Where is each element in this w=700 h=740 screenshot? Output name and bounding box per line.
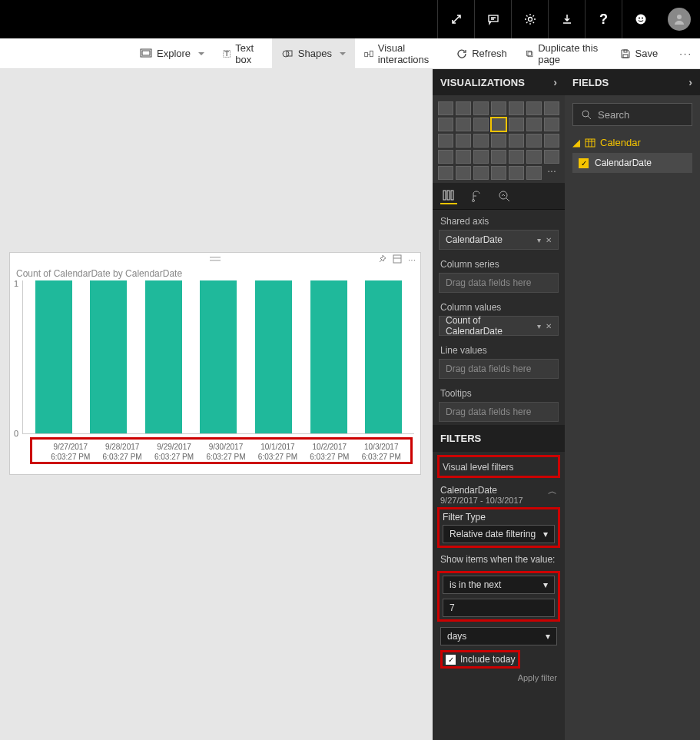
visual-type-icon[interactable] (526, 118, 542, 131)
visual-type-icon[interactable] (491, 134, 506, 148)
chevron-down-icon[interactable]: ▾ (537, 236, 541, 244)
visual-type-icon[interactable] (526, 101, 542, 115)
filter-type-select[interactable]: Relative date filtering▾ (443, 525, 555, 543)
user-avatar[interactable] (668, 8, 691, 31)
focus-mode-icon[interactable] (393, 254, 402, 265)
fields-search-input[interactable]: Search (572, 103, 692, 126)
visual-type-icon[interactable] (544, 101, 559, 115)
visualizations-header[interactable]: VISUALIZATIONS › (433, 69, 565, 95)
visual-interactions-button[interactable]: Visual interactions (355, 38, 447, 69)
visual-type-icon[interactable] (473, 134, 489, 148)
filter-operator-highlight: is in the next▾ 7 (437, 571, 560, 622)
visual-type-icon[interactable] (438, 118, 453, 131)
chat-icon[interactable] (474, 0, 511, 38)
visual-type-icon[interactable] (438, 166, 453, 180)
field-item[interactable]: ✓ CalendarDate (572, 153, 692, 173)
visual-type-icon[interactable] (509, 166, 524, 180)
visual-type-icon[interactable] (526, 166, 542, 180)
visual-type-icon[interactable] (509, 134, 524, 148)
remove-icon[interactable]: ✕ (546, 322, 552, 330)
show-items-label: Show items when the value: (433, 550, 565, 569)
visual-type-icon[interactable] (456, 134, 471, 148)
visual-drag-handle[interactable] (10, 253, 420, 265)
x-tick-label: 10/1/20176:03:27 PM (255, 443, 300, 462)
visual-type-icon[interactable] (509, 150, 524, 164)
chevron-right-icon[interactable]: › (688, 76, 692, 88)
svg-rect-14 (528, 51, 532, 56)
duplicate-button[interactable]: Duplicate this page (516, 38, 611, 69)
visual-type-icon[interactable] (526, 150, 542, 164)
bar[interactable] (310, 280, 347, 433)
apply-filter-link[interactable]: Apply filter (433, 670, 565, 689)
visual-type-icon[interactable] (544, 118, 559, 131)
include-today-checkbox[interactable]: ✓ Include today (446, 654, 515, 665)
visual-type-icon[interactable] (473, 101, 489, 115)
collapse-icon[interactable]: ︿ (548, 485, 557, 498)
expand-icon[interactable] (437, 0, 474, 38)
smiley-icon[interactable] (622, 0, 659, 38)
visual-type-icon[interactable] (456, 101, 471, 115)
report-canvas[interactable]: ··· Count of CalendarDate by CalendarDat… (0, 69, 433, 740)
y-tick-0: 0 (14, 429, 18, 438)
chevron-down-icon[interactable]: ▾ (537, 322, 541, 330)
filter-card-header[interactable]: CalendarDate 9/27/2017 - 10/3/2017 ︿ (433, 480, 565, 505)
filter-number-input[interactable]: 7 (443, 599, 555, 617)
visual-type-icon[interactable] (491, 166, 506, 180)
help-icon[interactable]: ? (585, 0, 622, 38)
visual-interactions-label: Visual interactions (378, 42, 438, 65)
visual-type-icon[interactable] (438, 134, 453, 148)
visual-type-icon[interactable] (491, 101, 506, 115)
bar[interactable] (90, 280, 127, 433)
bar[interactable] (255, 280, 292, 433)
bar[interactable] (200, 280, 237, 433)
visual-type-icon[interactable] (438, 101, 453, 115)
refresh-button[interactable]: Refresh (447, 38, 516, 69)
fields-tab-icon[interactable] (440, 187, 457, 204)
fields-header[interactable]: FIELDS › (565, 69, 700, 95)
visual-type-icon[interactable] (509, 101, 524, 115)
line-values-well[interactable]: Drag data fields here (439, 359, 559, 379)
toolbar-more-icon[interactable]: ··· (672, 48, 700, 59)
pin-icon[interactable] (377, 254, 386, 265)
shapes-button[interactable]: Shapes (272, 38, 355, 69)
x-tick-label: 9/30/20176:03:27 PM (204, 443, 248, 462)
gear-icon[interactable] (511, 0, 548, 38)
remove-icon[interactable]: ✕ (546, 236, 552, 244)
visual-type-icon[interactable] (473, 166, 489, 180)
bar[interactable] (35, 280, 72, 433)
import-custom-visual-icon[interactable]: ··· (544, 166, 559, 180)
visual-type-icon[interactable] (544, 134, 559, 148)
save-button[interactable]: Save (611, 38, 668, 69)
visual-type-icon[interactable] (491, 118, 506, 131)
column-values-well[interactable]: Count of CalendarDate ▾✕ (439, 316, 559, 336)
textbox-label: Text box (235, 42, 263, 65)
bar[interactable] (365, 280, 402, 433)
filter-unit-select[interactable]: days▾ (440, 627, 557, 645)
visual-type-icon[interactable] (491, 150, 506, 164)
tooltips-well[interactable]: Drag data fields here (439, 402, 559, 422)
table-node[interactable]: ◢ Calendar (565, 135, 700, 150)
visual-type-icon[interactable] (473, 118, 489, 131)
visual-type-icon[interactable] (438, 150, 453, 164)
explore-button[interactable]: Explore (131, 38, 214, 69)
visual-type-icon[interactable] (473, 150, 489, 164)
textbox-button[interactable]: Text box (214, 38, 272, 69)
chevron-right-icon[interactable]: › (553, 76, 557, 88)
visual-type-icon[interactable] (456, 118, 471, 131)
visual-type-icon[interactable] (526, 134, 542, 148)
visual-type-icon[interactable] (544, 150, 559, 164)
visual-type-gallery: ··· (433, 95, 565, 183)
visual-more-icon[interactable]: ··· (408, 254, 416, 265)
visual-type-icon[interactable] (456, 166, 471, 180)
filter-operator-select[interactable]: is in the next▾ (443, 576, 555, 594)
download-icon[interactable] (548, 0, 585, 38)
shared-axis-well[interactable]: CalendarDate ▾✕ (439, 230, 559, 250)
visual-type-icon[interactable] (456, 150, 471, 164)
analytics-tab-icon[interactable] (496, 187, 513, 204)
chart-visual[interactable]: ··· Count of CalendarDate by CalendarDat… (9, 252, 421, 475)
format-tab-icon[interactable] (468, 187, 485, 204)
column-series-label: Column series (433, 253, 565, 273)
visual-type-icon[interactable] (509, 118, 524, 131)
bar[interactable] (145, 280, 182, 433)
column-series-well[interactable]: Drag data fields here (439, 273, 559, 293)
